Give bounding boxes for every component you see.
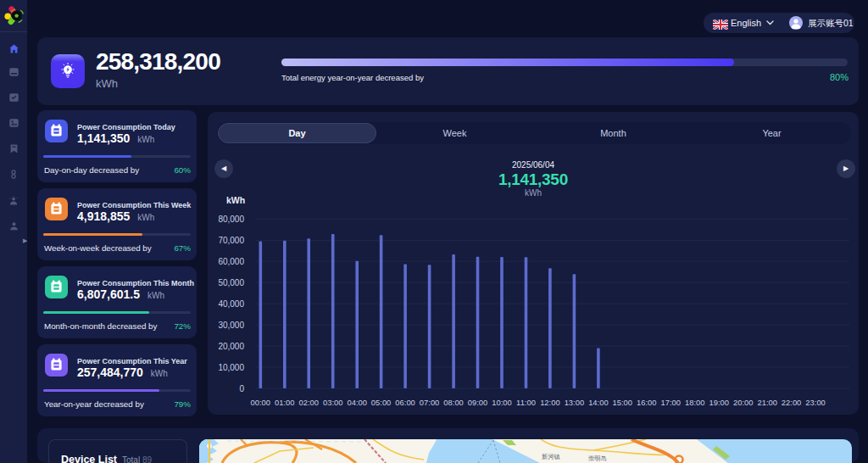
svg-text:10,000: 10,000	[218, 363, 244, 372]
svg-text:00:00: 00:00	[251, 398, 270, 407]
svg-text:13:00: 13:00	[565, 398, 584, 407]
svg-text:06:00: 06:00	[395, 398, 415, 407]
svg-text:60,000: 60,000	[218, 257, 244, 266]
svg-text:0: 0	[239, 384, 244, 393]
svg-text:12:00: 12:00	[540, 398, 559, 407]
svg-text:07:00: 07:00	[420, 398, 439, 407]
svg-text:19:00: 19:00	[709, 398, 728, 407]
svg-text:17:00: 17:00	[661, 398, 681, 407]
svg-text:50,000: 50,000	[218, 278, 244, 287]
svg-text:kWh: kWh	[226, 195, 245, 205]
svg-text:40,000: 40,000	[218, 299, 244, 309]
svg-text:80,000: 80,000	[218, 215, 244, 224]
svg-text:新河镇: 新河镇	[542, 453, 560, 460]
svg-text:崇明岛: 崇明岛	[588, 455, 607, 462]
svg-text:11:00: 11:00	[516, 398, 536, 407]
svg-text:09:00: 09:00	[468, 398, 487, 407]
svg-text:20,000: 20,000	[218, 342, 244, 351]
svg-text:21:00: 21:00	[757, 398, 776, 407]
svg-text:16:00: 16:00	[637, 398, 656, 407]
svg-text:23:00: 23:00	[805, 398, 825, 407]
svg-text:03:00: 03:00	[323, 398, 342, 407]
svg-text:20:00: 20:00	[733, 398, 753, 407]
svg-text:08:00: 08:00	[443, 398, 463, 407]
svg-text:10:00: 10:00	[492, 398, 511, 407]
svg-text:05:00: 05:00	[371, 398, 391, 407]
svg-text:70,000: 70,000	[218, 236, 244, 245]
svg-text:04:00: 04:00	[347, 398, 366, 407]
svg-text:14:00: 14:00	[588, 398, 608, 407]
svg-text:02:00: 02:00	[298, 398, 318, 407]
svg-text:15:00: 15:00	[613, 398, 632, 407]
svg-text:18:00: 18:00	[685, 398, 704, 407]
svg-text:01:00: 01:00	[275, 398, 294, 407]
svg-text:30,000: 30,000	[218, 321, 244, 330]
svg-text:22:00: 22:00	[782, 398, 801, 407]
